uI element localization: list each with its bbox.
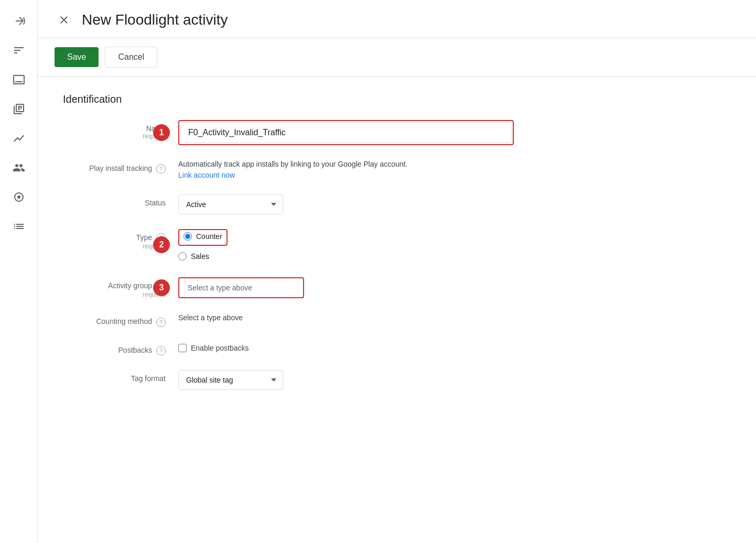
sidebar-item-campaigns[interactable] bbox=[6, 8, 31, 34]
name-input-highlight bbox=[178, 120, 514, 145]
postbacks-option-label: Enable postbacks bbox=[191, 344, 249, 352]
counting-method-value: Select a type above bbox=[178, 309, 243, 322]
activity-group-control: 3 Select a type above bbox=[178, 277, 731, 298]
tag-format-control: Global site tag Standard iframe bbox=[178, 370, 731, 390]
activity-group-wrapper: 3 Select a type above bbox=[178, 277, 731, 298]
counting-method-label: Counting method ? bbox=[63, 313, 178, 327]
counting-method-help-icon[interactable]: ? bbox=[156, 318, 166, 327]
type-wrapper: 2 Counter Sales bbox=[178, 229, 731, 260]
activity-group-row: Activity group ? required 3 Select a typ… bbox=[63, 277, 731, 298]
type-counter-radio[interactable] bbox=[183, 232, 192, 241]
sidebar-item-settings[interactable] bbox=[6, 38, 31, 63]
counting-method-control: Select a type above bbox=[178, 313, 731, 322]
svg-point-1 bbox=[17, 196, 20, 199]
play-install-description: Automatically track app installs by link… bbox=[178, 160, 731, 168]
tag-format-label: Tag format bbox=[63, 370, 178, 383]
sidebar-item-lists[interactable] bbox=[6, 214, 31, 239]
play-install-help-icon[interactable]: ? bbox=[156, 164, 166, 173]
identification-section-title: Identification bbox=[63, 93, 731, 105]
save-button[interactable]: Save bbox=[55, 47, 99, 67]
close-button[interactable] bbox=[55, 10, 73, 29]
toolbar: Save Cancel bbox=[38, 38, 756, 77]
main-content: New Floodlight activity Save Cancel Iden… bbox=[38, 0, 756, 543]
page-title: New Floodlight activity bbox=[82, 12, 228, 28]
sidebar-item-audience[interactable] bbox=[6, 155, 31, 180]
sidebar-item-floodlight[interactable] bbox=[6, 184, 31, 210]
header: New Floodlight activity bbox=[38, 0, 756, 38]
name-input[interactable] bbox=[180, 122, 512, 143]
postbacks-label: Postbacks ? bbox=[63, 342, 178, 355]
status-row: Status Active Paused bbox=[63, 194, 731, 214]
type-row: Type ? required 2 Counter bbox=[63, 229, 731, 263]
tag-format-select[interactable]: Global site tag Standard iframe bbox=[178, 370, 283, 390]
sidebar-item-reports[interactable] bbox=[6, 126, 31, 151]
activity-group-highlight: Select a type above bbox=[178, 277, 304, 298]
name-row: Name required 1 bbox=[63, 120, 731, 145]
status-select[interactable]: Active Paused bbox=[178, 194, 283, 214]
type-counter-option[interactable]: Counter bbox=[183, 232, 222, 241]
type-sales-radio[interactable] bbox=[178, 252, 187, 260]
status-control: Active Paused bbox=[178, 194, 731, 214]
postbacks-wrapper: Enable postbacks bbox=[178, 342, 731, 352]
status-label: Status bbox=[63, 194, 178, 207]
postbacks-row: Postbacks ? Enable postbacks bbox=[63, 342, 731, 355]
sidebar bbox=[0, 0, 38, 543]
cancel-button[interactable]: Cancel bbox=[105, 47, 157, 68]
enable-postbacks-checkbox[interactable] bbox=[178, 344, 187, 352]
play-install-label: Play install tracking ? bbox=[63, 160, 178, 173]
step-1-badge: 1 bbox=[153, 124, 170, 141]
sidebar-item-placement[interactable] bbox=[6, 96, 31, 122]
type-sales-label: Sales bbox=[191, 252, 209, 260]
postbacks-control: Enable postbacks bbox=[178, 342, 731, 352]
tag-format-row: Tag format Global site tag Standard ifra… bbox=[63, 370, 731, 390]
status-select-wrapper: Active Paused bbox=[178, 194, 731, 214]
name-control: 1 bbox=[178, 120, 731, 145]
sidebar-item-creative[interactable] bbox=[6, 67, 31, 92]
type-counter-label: Counter bbox=[196, 232, 222, 241]
form-content: Identification Name required 1 Play inst… bbox=[38, 77, 756, 543]
type-counter-highlight: Counter bbox=[178, 229, 228, 246]
activity-group-placeholder: Select a type above bbox=[183, 280, 256, 295]
counting-method-row: Counting method ? Select a type above bbox=[63, 313, 731, 327]
type-control: 2 Counter Sales bbox=[178, 229, 731, 263]
step-3-badge: 3 bbox=[153, 279, 170, 296]
step-2-badge: 2 bbox=[153, 236, 170, 253]
link-account-link[interactable]: Link account now bbox=[178, 171, 235, 179]
play-install-control: Automatically track app installs by link… bbox=[178, 160, 731, 180]
type-sales-option[interactable]: Sales bbox=[178, 252, 731, 260]
play-install-row: Play install tracking ? Automatically tr… bbox=[63, 160, 731, 180]
postbacks-help-icon[interactable]: ? bbox=[156, 346, 166, 355]
